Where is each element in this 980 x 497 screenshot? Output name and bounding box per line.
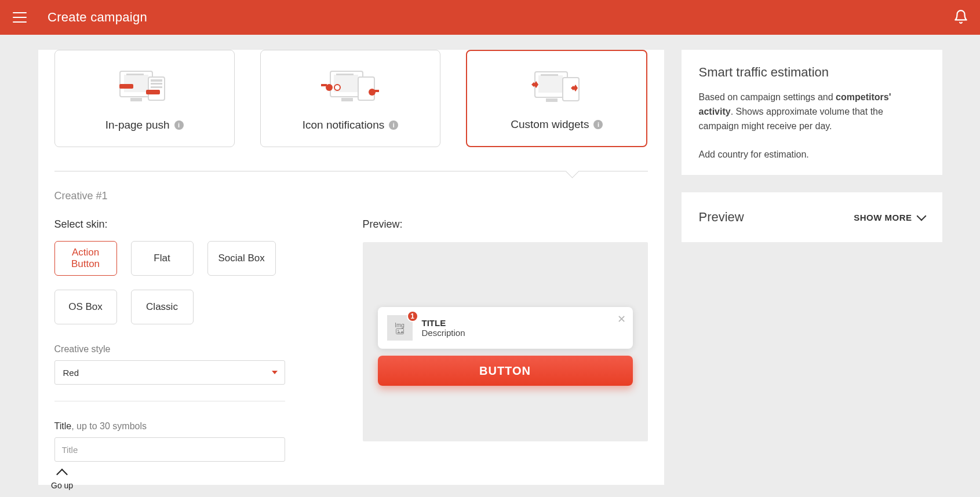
sidebar: Smart traffic estimation Based on campai… xyxy=(682,50,942,485)
title-input[interactable] xyxy=(54,437,285,462)
svg-rect-18 xyxy=(374,90,379,92)
est-body-pre: Based on campaign settings and xyxy=(699,92,836,102)
preview-title: TITLE xyxy=(422,318,465,328)
divider xyxy=(54,401,285,401)
skin-flat[interactable]: Flat xyxy=(131,241,194,276)
svg-rect-3 xyxy=(130,98,142,101)
traffic-estimation-note: Add country for estimation. xyxy=(699,149,925,160)
info-icon[interactable]: i xyxy=(593,120,603,129)
svg-rect-23 xyxy=(546,98,558,102)
svg-rect-14 xyxy=(358,77,374,100)
chevron-down-icon xyxy=(272,371,278,374)
main-content: In-page push i xyxy=(38,50,664,485)
format-custom-widgets[interactable]: Custom widgets i xyxy=(466,50,647,147)
close-icon[interactable]: ✕ xyxy=(617,313,626,326)
skin-action-button[interactable]: Action Button xyxy=(54,241,117,276)
traffic-estimation-title: Smart traffic estimation xyxy=(699,65,925,80)
creative-heading: Creative #1 xyxy=(54,190,648,202)
format-label: Custom widgets xyxy=(511,118,589,131)
format-divider xyxy=(54,163,648,171)
skin-grid: Action Button Flat Social Box OS Box Cla… xyxy=(54,241,340,324)
svg-rect-1 xyxy=(124,75,148,92)
format-icon-notifications[interactable]: Icon notifications i xyxy=(260,50,440,147)
svg-rect-7 xyxy=(151,86,162,88)
svg-rect-5 xyxy=(151,79,162,82)
side-preview-title: Preview xyxy=(699,210,744,225)
svg-rect-29 xyxy=(396,328,403,334)
go-up-button[interactable]: Go up xyxy=(51,470,73,490)
preview-badge: 1 xyxy=(407,310,418,322)
top-bar: Create campaign xyxy=(0,0,980,35)
svg-rect-13 xyxy=(341,98,353,101)
show-more-button[interactable]: SHOW MORE xyxy=(854,213,924,222)
notifications-bell-icon[interactable] xyxy=(953,9,968,26)
go-up-label: Go up xyxy=(51,481,73,490)
side-preview-card: Preview SHOW MORE xyxy=(682,192,942,242)
select-skin-label: Select skin: xyxy=(54,218,340,231)
svg-point-19 xyxy=(334,85,340,90)
skin-classic[interactable]: Classic xyxy=(131,290,194,324)
preview-description: Description xyxy=(422,328,465,338)
format-label: In-page push xyxy=(105,119,170,131)
svg-rect-16 xyxy=(321,84,327,86)
svg-rect-6 xyxy=(151,83,162,85)
skin-social-box[interactable]: Social Box xyxy=(207,241,276,276)
show-more-label: SHOW MORE xyxy=(854,213,912,222)
svg-rect-2 xyxy=(126,74,144,75)
preview-img-label: Img xyxy=(395,322,405,328)
format-label: Icon notifications xyxy=(303,119,385,131)
title-field-caption: Title, up to 30 symbols xyxy=(54,421,340,432)
icon-notifications-illustration-icon xyxy=(321,67,379,104)
traffic-estimation-card: Smart traffic estimation Based on campai… xyxy=(682,50,942,175)
svg-rect-9 xyxy=(146,90,160,94)
chevron-down-icon xyxy=(916,211,926,221)
custom-widgets-illustration-icon xyxy=(530,67,584,105)
preview-card: ✕ Img 1 TITLE Descriptio xyxy=(378,307,633,349)
preview-label: Preview: xyxy=(363,218,648,231)
svg-rect-22 xyxy=(541,74,558,76)
format-inpage-push[interactable]: In-page push i xyxy=(54,50,235,147)
page-title: Create campaign xyxy=(48,10,147,25)
svg-rect-21 xyxy=(538,75,563,93)
info-icon[interactable]: i xyxy=(389,120,398,130)
svg-rect-8 xyxy=(119,84,133,89)
creative-style-caption: Creative style xyxy=(54,344,340,355)
title-caption-rest: , up to 30 symbols xyxy=(71,421,147,431)
creative-style-value: Red xyxy=(63,368,79,378)
inpage-push-illustration-icon xyxy=(119,67,169,104)
preview-image-placeholder: Img 1 xyxy=(387,315,413,341)
svg-rect-12 xyxy=(336,74,354,75)
preview-stage: ✕ Img 1 TITLE Descriptio xyxy=(363,242,648,441)
preview-cta-button: BUTTON xyxy=(378,356,633,386)
image-icon xyxy=(396,328,404,334)
info-icon[interactable]: i xyxy=(174,120,184,130)
chevron-up-icon xyxy=(56,469,68,480)
traffic-estimation-body: Based on campaign settings and competito… xyxy=(699,90,925,133)
svg-point-30 xyxy=(398,330,399,331)
skin-os-box[interactable]: OS Box xyxy=(54,290,117,324)
ad-format-row: In-page push i xyxy=(54,50,648,147)
creative-style-select[interactable]: Red xyxy=(54,360,285,385)
hamburger-menu-icon[interactable] xyxy=(12,9,28,25)
title-caption-dark: Title xyxy=(54,421,72,431)
